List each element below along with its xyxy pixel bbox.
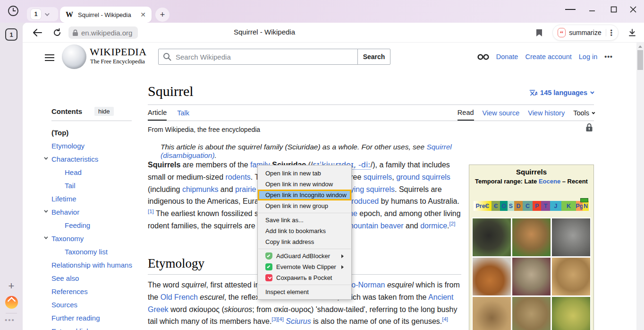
context-menu-item[interactable]: Open link in new group xyxy=(258,200,351,211)
timeline-segment-J[interactable]: J xyxy=(550,201,562,211)
article-link[interactable]: mountain beaver xyxy=(347,222,403,230)
toc-item--top-[interactable]: (Top) xyxy=(43,126,152,139)
timeline-segment-N[interactable]: N xyxy=(583,201,588,211)
scrollbar-thumb[interactable] xyxy=(637,50,643,70)
context-menu-item[interactable]: Copy link address xyxy=(258,236,351,247)
context-menu-item[interactable]: Open link in Incognito window xyxy=(258,190,351,200)
timeline-segment-T[interactable]: T xyxy=(541,201,550,211)
squirrel-photo[interactable] xyxy=(552,297,590,330)
timeline-segment-D[interactable]: D xyxy=(514,201,523,211)
timeline-segment-S[interactable]: S xyxy=(508,201,514,211)
article-link[interactable]: rodents xyxy=(225,173,250,181)
donate-link[interactable]: Donate xyxy=(496,53,518,61)
squirrel-photo[interactable] xyxy=(473,297,511,330)
article-link[interactable]: Old French xyxy=(161,293,198,301)
context-menu-item[interactable]: AdGuard AdBlocker xyxy=(258,251,351,261)
toc-expand-icon[interactable] xyxy=(44,156,48,159)
downloads-icon[interactable] xyxy=(626,26,638,39)
toc-item-taxonomy[interactable]: Taxonomy xyxy=(43,232,152,245)
toc-item-further-reading[interactable]: Further reading xyxy=(43,311,152,324)
timeline-segment-Є[interactable]: Є xyxy=(491,201,500,211)
context-menu-item[interactable]: Save link as... xyxy=(258,215,351,226)
toc-item-head[interactable]: Head xyxy=(43,165,152,179)
minimize-button[interactable] xyxy=(587,4,597,15)
timeline-segment-Pg[interactable]: Pg xyxy=(576,201,583,211)
tab-group-button[interactable]: 1 xyxy=(27,7,58,21)
history-clock-icon[interactable] xyxy=(6,4,20,18)
toc-item-feeding[interactable]: Feeding xyxy=(43,218,152,232)
squirrel-photo[interactable] xyxy=(512,218,551,256)
timeline-segment-C[interactable]: C xyxy=(523,201,533,211)
summarize-button[interactable]: “ summarize ••• xyxy=(552,25,619,41)
timeline-segment-K[interactable]: K xyxy=(561,201,576,211)
toc-item-sources[interactable]: Sources xyxy=(43,298,152,311)
toc-item-tail[interactable]: Tail xyxy=(43,179,152,192)
page-scrollbar[interactable] xyxy=(636,43,644,330)
article-link[interactable]: flying squirrels xyxy=(347,185,395,193)
browser-tab[interactable]: W Squirrel - Wikipedia ✕ xyxy=(60,7,152,23)
browser-menu-icon[interactable] xyxy=(565,4,576,15)
tab-close-icon[interactable]: ✕ xyxy=(140,11,146,18)
article-link[interactable]: Sciurus xyxy=(286,317,311,325)
context-menu-item[interactable]: Evernote Web Clipper xyxy=(258,261,351,272)
summarize-menu-icon[interactable]: ••• xyxy=(610,29,613,36)
scroll-up-arrow[interactable] xyxy=(638,45,642,48)
toc-item-lifetime[interactable]: Lifetime xyxy=(43,192,152,205)
language-selector[interactable]: A 145 languages xyxy=(529,89,593,96)
toc-item-characteristics[interactable]: Characteristics xyxy=(43,152,152,165)
article-tab-view-history[interactable]: View history xyxy=(528,109,565,120)
wikipedia-wordmark[interactable]: WIKIPEDIA xyxy=(90,46,147,58)
more-options-icon[interactable]: ••• xyxy=(604,53,613,61)
maximize-button[interactable] xyxy=(609,4,619,15)
page-protection-lock-icon[interactable] xyxy=(585,123,593,134)
bookmark-icon[interactable] xyxy=(534,27,545,38)
toc-item-etymology[interactable]: Etymology xyxy=(43,139,152,152)
toc-item-relationship-with-humans[interactable]: Relationship with humans xyxy=(43,258,152,271)
glasses-icon[interactable] xyxy=(477,54,489,60)
article-link[interactable]: chipmunks xyxy=(182,185,218,193)
toc-expand-icon[interactable] xyxy=(44,208,48,212)
toc-hide-button[interactable]: hide xyxy=(94,107,114,116)
reload-icon[interactable] xyxy=(51,26,63,39)
squirrel-photo[interactable] xyxy=(552,218,590,256)
context-menu-item[interactable]: Сохранить в Pocket xyxy=(258,272,351,283)
squirrel-photo[interactable] xyxy=(552,258,590,295)
article-link[interactable]: squirrels xyxy=(364,173,392,181)
toc-item-behavior[interactable]: Behavior xyxy=(43,205,152,218)
toc-expand-icon[interactable] xyxy=(44,235,48,239)
toc-item-taxonomy-list[interactable]: Taxonomy list xyxy=(43,245,152,258)
context-menu-item[interactable]: Inspect element xyxy=(258,287,351,297)
reference-link[interactable]: [3][4] xyxy=(271,316,284,322)
sidebar-more-icon[interactable]: ••• xyxy=(5,316,15,324)
toc-item-external-links[interactable]: External links xyxy=(43,324,152,330)
close-button[interactable] xyxy=(628,4,638,15)
timeline-segment-PreЄ[interactable]: PreЄ xyxy=(474,201,491,211)
wikipedia-globe-logo[interactable] xyxy=(62,44,86,69)
reference-link[interactable]: [4] xyxy=(442,316,448,322)
article-tab-view-source[interactable]: View source xyxy=(483,109,520,120)
context-menu-item[interactable]: Open link in new tab xyxy=(258,168,351,179)
create-account-link[interactable]: Create account xyxy=(525,53,571,61)
timeline-segment-O[interactable]: O xyxy=(500,201,508,211)
article-link[interactable]: Eocene xyxy=(539,178,560,185)
search-input[interactable] xyxy=(158,49,358,65)
article-tab-talk[interactable]: Talk xyxy=(177,109,189,121)
squirrel-photo[interactable] xyxy=(512,258,551,295)
toc-item-references[interactable]: References xyxy=(43,285,152,298)
article-link[interactable]: ground squirrels xyxy=(396,173,450,181)
back-icon[interactable] xyxy=(31,26,43,39)
reference-link[interactable]: [1] xyxy=(148,208,154,214)
workspace-button[interactable]: 1 xyxy=(5,28,17,41)
url-box[interactable]: en.wikipedia.org xyxy=(68,26,138,39)
sidebar-add-icon[interactable]: + xyxy=(6,280,17,292)
squirrel-photo[interactable] xyxy=(473,258,511,295)
new-tab-button[interactable]: + xyxy=(155,8,169,22)
yandex-mail-icon[interactable] xyxy=(5,296,18,309)
search-button[interactable]: Search xyxy=(357,49,390,65)
context-menu-item[interactable]: Open link in new window xyxy=(258,179,351,190)
article-tab-article[interactable]: Article xyxy=(148,109,167,121)
login-link[interactable]: Log in xyxy=(579,53,598,61)
article-link[interactable]: dormice xyxy=(420,222,447,230)
reference-link[interactable]: [2] xyxy=(449,221,456,226)
wiki-menu-icon[interactable] xyxy=(45,52,55,63)
